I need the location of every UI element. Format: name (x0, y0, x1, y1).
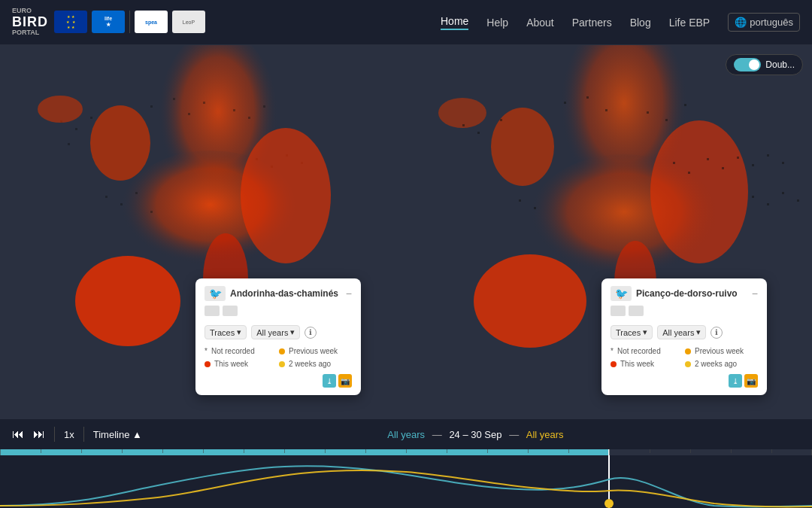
nav-blog[interactable]: Blog (630, 17, 651, 29)
svg-rect-51 (752, 164, 754, 166)
tl-date-range: 24 – 30 Sep (449, 429, 501, 440)
this-week-label-left: This week (214, 360, 248, 368)
download-icon-right[interactable]: ⤓ (729, 374, 742, 388)
years-label-left: All years (256, 328, 288, 337)
legend-left: * Not recorded Previous week This week 2… (205, 345, 352, 370)
tl-sep2: — (509, 429, 522, 440)
svg-point-33 (438, 98, 486, 128)
not-recorded-label-left: Not recorded (211, 347, 255, 355)
camera-icon-left[interactable]: 📷 (338, 374, 352, 388)
svg-rect-20 (150, 211, 153, 213)
eu-badge (54, 11, 87, 33)
card-img-icon-left2 (223, 306, 238, 316)
card-right: 🐦 Picanço-de-dorso-ruivo − Traces ▾ All … (601, 278, 767, 395)
nav-partners[interactable]: Partners (572, 17, 612, 29)
svg-point-31 (474, 254, 586, 348)
2weeks-dot-right (685, 361, 691, 367)
svg-rect-52 (767, 154, 769, 157)
logo-line2: BIRD (12, 15, 48, 30)
play-next-button[interactable]: ⏭ (33, 427, 45, 441)
svg-rect-9 (68, 143, 70, 145)
svg-rect-73 (447, 449, 447, 453)
svg-rect-62 (0, 449, 1, 455)
map-left: 🐦 Andorinha-das-chaminés − Traces ▾ All … (0, 45, 406, 418)
svg-rect-17 (105, 196, 108, 198)
svg-rect-13 (203, 102, 205, 104)
timeline-date-label: All years — 24 – 30 Sep — All years (151, 429, 800, 440)
legend-item-not-recorded-left: * Not recorded (205, 347, 277, 355)
svg-rect-71 (365, 449, 366, 453)
svg-rect-8 (90, 117, 92, 119)
svg-rect-53 (782, 162, 784, 164)
spea-badge: spea (135, 11, 168, 33)
svg-rect-64 (81, 449, 82, 453)
svg-point-26 (241, 128, 331, 263)
this-week-dot-right (611, 361, 617, 367)
svg-rect-36 (477, 132, 480, 134)
svg-rect-68 (244, 449, 244, 453)
camera-icon-right[interactable]: 📷 (744, 374, 758, 388)
prev-week-dot-right (685, 348, 691, 354)
svg-rect-76 (568, 449, 569, 453)
svg-rect-15 (248, 117, 250, 119)
double-toggle[interactable]: Doub... (726, 54, 803, 75)
svg-rect-72 (406, 449, 407, 453)
svg-rect-77 (609, 449, 610, 455)
svg-rect-35 (462, 124, 465, 126)
card-left-footer: ⤓ 📷 (205, 374, 352, 388)
tl-divider2 (83, 427, 84, 442)
timeline-bar-area[interactable] (0, 449, 812, 508)
timeline-mode[interactable]: Timeline ▲ (93, 429, 142, 440)
traces-label-right: Traces (616, 328, 641, 337)
card-img-icon-left (205, 306, 220, 316)
tl-all-years-left: All years (387, 429, 425, 440)
prev-week-label-left: Previous week (289, 347, 338, 355)
chevron-down-icon-right2: ▾ (696, 327, 701, 337)
info-btn-right[interactable]: ℹ (710, 327, 723, 339)
logo-badges: life★ spea LeoP (54, 11, 205, 33)
years-select-left[interactable]: All years ▾ (251, 325, 300, 339)
download-icon-left[interactable]: ⤓ (323, 374, 336, 388)
svg-rect-12 (188, 113, 190, 115)
card-left-name: Andorinha-das-chaminés (230, 288, 338, 299)
traces-select-left[interactable]: Traces ▾ (205, 325, 247, 339)
speed-label[interactable]: 1x (64, 429, 74, 440)
double-toggle-switch[interactable] (734, 58, 761, 71)
traces-select-right[interactable]: Traces ▾ (611, 325, 653, 339)
svg-rect-65 (122, 449, 123, 453)
language-selector[interactable]: 🌐 português (728, 13, 800, 32)
play-first-button[interactable]: ⏮ (12, 427, 24, 441)
timeline: ⏮ ⏭ 1x Timeline ▲ All years — 24 – 30 Se… (0, 418, 812, 508)
card-left: 🐦 Andorinha-das-chaminés − Traces ▾ All … (195, 278, 361, 395)
svg-rect-39 (586, 96, 589, 99)
tl-divider1 (54, 427, 55, 442)
card-img-icon-right (611, 306, 626, 316)
card-right-header: 🐦 Picanço-de-dorso-ruivo − (611, 286, 758, 301)
legend-item-prev-week-left: Previous week (279, 347, 352, 355)
svg-point-61 (604, 499, 614, 508)
card-right-close[interactable]: − (752, 287, 758, 300)
card-right-footer: ⤓ 📷 (611, 374, 758, 388)
partner-badge: LeoP (172, 11, 205, 33)
svg-rect-80 (731, 449, 732, 453)
logo-bird: EURO BIRD PORTAL (12, 8, 48, 38)
nav-life-ebp[interactable]: Life EBP (669, 17, 710, 29)
nav-home[interactable]: Home (441, 15, 468, 30)
this-week-label-right: This week (620, 360, 654, 368)
info-btn-left[interactable]: ℹ (304, 327, 317, 339)
tl-sep1: — (432, 429, 445, 440)
legend-item-2weeks-right: 2 weeks ago (685, 360, 758, 368)
svg-rect-75 (528, 449, 529, 453)
years-select-right[interactable]: All years ▾ (657, 325, 706, 339)
svg-rect-74 (487, 449, 488, 453)
svg-rect-43 (684, 104, 686, 106)
card-left-header: 🐦 Andorinha-das-chaminés − (205, 286, 352, 301)
nav-about[interactable]: About (526, 17, 554, 29)
svg-rect-50 (737, 157, 739, 159)
svg-rect-54 (752, 196, 754, 198)
nav-help[interactable]: Help (486, 17, 508, 29)
svg-rect-47 (688, 172, 690, 174)
life-badge: life★ (92, 11, 125, 33)
svg-rect-81 (771, 449, 772, 453)
card-left-close[interactable]: − (346, 287, 352, 300)
